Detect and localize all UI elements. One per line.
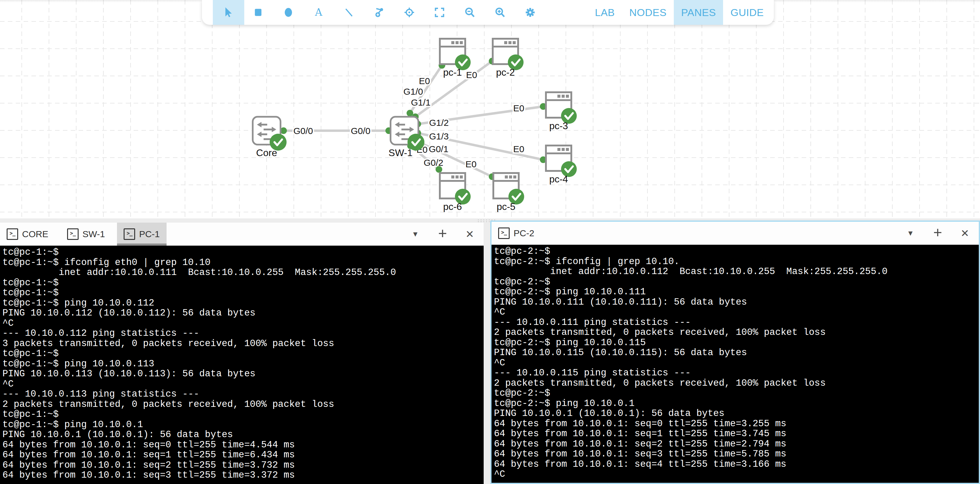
grid xyxy=(0,0,980,219)
line-icon xyxy=(343,6,355,18)
tab-panes[interactable]: PANES xyxy=(674,0,723,25)
terminal-line: --- 10.10.0.112 ping statistics --- xyxy=(2,328,484,339)
node-pc-6[interactable]: pc-6 xyxy=(440,173,471,212)
terminal-line: PING 10.10.0.113 (10.10.0.113): 56 data … xyxy=(2,369,484,379)
tool-ellipse-button[interactable] xyxy=(282,6,294,18)
terminal-tab-sw1[interactable]: >_ SW-1 xyxy=(60,223,111,246)
ellipse-icon xyxy=(282,6,294,18)
terminal-line: 64 bytes from 10.10.0.1: seq=3 ttl=255 t… xyxy=(494,449,979,459)
terminal-line: tc@pc-2:~$ ping 10.10.0.115 xyxy=(494,338,979,348)
crosshair-icon xyxy=(403,6,415,18)
terminal-tab-label: SW-1 xyxy=(83,229,105,239)
terminal-line: ^C xyxy=(494,307,979,317)
terminal-line: ^C xyxy=(494,469,979,479)
tab-guide[interactable]: GUIDE xyxy=(723,0,771,25)
network-lab-app: { "toolbar": { "accent_color": "#58b3e6"… xyxy=(0,0,980,484)
terminal-line: 2 packets transmitted, 0 packets receive… xyxy=(494,327,979,338)
tool-zoom-out-button[interactable] xyxy=(464,6,476,18)
terminal-line: tc@pc-2:~$ xyxy=(494,246,979,257)
terminal-line: 2 packets transmitted, 0 packets receive… xyxy=(494,378,979,388)
interface-label: G0/0 xyxy=(351,126,370,136)
collapse-pane-button[interactable]: ▼ xyxy=(409,226,422,243)
vertical-splitter[interactable] xyxy=(484,223,490,484)
tool-crosshair-button[interactable] xyxy=(403,6,415,18)
node-label: pc-4 xyxy=(549,174,568,185)
interface-label: G0/0 xyxy=(293,126,313,136)
terminal-tab-core[interactable]: >_ CORE xyxy=(0,223,55,246)
fit-screen-icon xyxy=(433,6,445,18)
svg-text:A: A xyxy=(315,6,323,18)
terminal-icon: >_ xyxy=(124,228,135,240)
terminal-line: 64 bytes from 10.10.0.1: seq=4 ttl=255 t… xyxy=(494,459,979,470)
terminal-line: tc@pc-1:~$ ping 10.10.0.112 xyxy=(2,298,484,308)
terminal-line: --- 10.10.0.111 ping statistics --- xyxy=(494,317,979,327)
interface-label: E0 xyxy=(466,70,477,80)
node-Core[interactable]: Core xyxy=(253,117,286,158)
terminal-line: tc@pc-2:~$ ping 10.10.0.111 xyxy=(494,287,979,297)
terminal-line: ^C xyxy=(494,358,979,368)
link-endpoint-dot xyxy=(436,166,442,173)
terminal-line: 64 bytes from 10.10.0.1: seq=0 ttl=255 t… xyxy=(2,440,484,450)
terminal-line: --- 10.10.0.113 ping statistics --- xyxy=(2,389,484,399)
close-pane-button[interactable]: ✕ xyxy=(464,226,476,243)
tool-line-button[interactable] xyxy=(343,6,355,18)
terminal-icon: >_ xyxy=(67,228,79,240)
tool-fit-screen-button[interactable] xyxy=(433,6,445,18)
add-terminal-button[interactable]: + xyxy=(436,226,449,243)
zoom-out-icon xyxy=(464,6,476,18)
terminal-line: ^C xyxy=(2,379,484,389)
terminal-line: 3 packets transmitted, 0 packets receive… xyxy=(2,339,484,349)
terminal-line: tc@pc-1:~$ xyxy=(2,288,484,298)
tab-nodes[interactable]: NODES xyxy=(622,0,674,25)
node-pc-3[interactable]: pc-3 xyxy=(546,92,577,131)
text-icon: A xyxy=(313,6,325,18)
terminal-pane-controls: ▼ + ✕ xyxy=(904,222,971,245)
terminal-tab-pc1[interactable]: >_ PC-1 xyxy=(117,223,166,246)
tool-pointer-button[interactable] xyxy=(222,6,234,18)
node-pc-5[interactable]: pc-5 xyxy=(493,173,524,212)
terminal-pane-header: >_ PC-2 ▼ + ✕ xyxy=(492,222,979,245)
interface-label: E0 xyxy=(513,144,525,154)
tool-zoom-in-button[interactable] xyxy=(494,6,506,18)
node-label: pc-5 xyxy=(496,201,515,212)
terminal-line: 64 bytes from 10.10.0.1: seq=2 ttl=255 t… xyxy=(494,439,979,449)
interface-label: G1/3 xyxy=(429,131,449,141)
node-label: pc-3 xyxy=(549,120,568,131)
terminal-output-pc2[interactable]: tc@pc-2:~$tc@pc-2:~$ ifconfig | grep 10.… xyxy=(492,245,979,483)
terminal-line: 64 bytes from 10.10.0.1: seq=1 ttl=255 t… xyxy=(494,429,979,439)
terminal-line: tc@pc-2:~$ xyxy=(494,388,979,398)
tool-text-button[interactable]: A xyxy=(313,6,325,18)
terminal-line: PING 10.10.0.1 (10.10.0.1): 56 data byte… xyxy=(2,430,484,440)
node-pc-4[interactable]: pc-4 xyxy=(546,145,577,185)
terminal-pane-header: >_ CORE >_ SW-1 >_ PC-1 ▼ + ✕ xyxy=(0,223,484,246)
terminal-tab-label: PC-1 xyxy=(139,229,160,239)
terminal-pane-pc1: >_ CORE >_ SW-1 >_ PC-1 ▼ + ✕ tc@pc-1:~$… xyxy=(0,223,484,484)
terminal-line: PING 10.10.0.1 (10.10.0.1): 56 data byte… xyxy=(494,408,979,419)
terminal-output-pc1[interactable]: tc@pc-1:~$tc@pc-1:~$ ifconfig eth0 | gre… xyxy=(0,246,484,484)
terminal-line: --- 10.10.0.115 ping statistics --- xyxy=(494,368,979,378)
terminal-tab-pc2[interactable]: >_ PC-2 xyxy=(492,222,541,245)
link-endpoint-dot xyxy=(407,110,413,117)
tab-lab[interactable]: LAB xyxy=(588,0,622,25)
terminal-line: tc@pc-2:~$ ping 10.10.0.1 xyxy=(494,398,979,409)
tool-settings-button[interactable] xyxy=(524,6,536,18)
topology-svg[interactable]: G0/0G0/0G1/0E0G1/1E0G1/2E0G1/3E0G0/1E0G0… xyxy=(0,0,980,219)
terminal-line: inet addr:10.10.0.112 Bcast:10.10.0.255 … xyxy=(494,267,979,277)
terminal-line: tc@pc-1:~$ xyxy=(2,348,484,359)
interface-label: G1/2 xyxy=(429,118,449,128)
interface-label: E0 xyxy=(513,103,525,113)
node-label: pc-1 xyxy=(443,67,462,78)
gear-icon xyxy=(524,6,536,18)
pointer-icon xyxy=(222,6,234,18)
topology-canvas[interactable]: G0/0G0/0G1/0E0G1/1E0G1/2E0G1/3E0G0/1E0G0… xyxy=(0,0,980,219)
add-terminal-button[interactable]: + xyxy=(932,225,944,242)
terminal-line: tc@pc-1:~$ ifconfig eth0 | grep 10.10 xyxy=(2,257,484,268)
terminal-line: tc@pc-1:~$ ping 10.10.0.113 xyxy=(2,359,484,369)
close-pane-button[interactable]: ✕ xyxy=(959,225,971,242)
zoom-in-icon xyxy=(494,6,506,18)
tool-add-link-button[interactable] xyxy=(373,6,385,18)
node-pc-2[interactable]: pc-2 xyxy=(493,39,523,78)
collapse-pane-button[interactable]: ▼ xyxy=(904,225,916,242)
terminal-line: PING 10.10.0.111 (10.10.0.111): 56 data … xyxy=(494,297,979,307)
tool-rectangle-button[interactable] xyxy=(252,6,264,18)
